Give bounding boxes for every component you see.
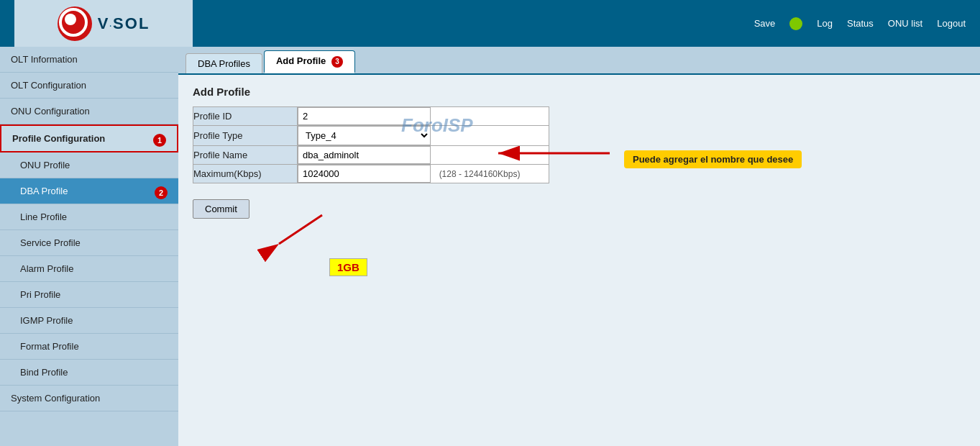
sidebar-item-dba-profile[interactable]: DBA Profile 2 — [0, 178, 178, 204]
form-area: Add Profile Profile ID Profile Type — [178, 75, 980, 229]
svg-line-3 — [279, 215, 322, 244]
sidebar-item-igmp-profile[interactable]: IGMP Profile — [0, 308, 178, 334]
profile-id-row: Profile ID — [193, 106, 549, 125]
sidebar-item-onu-configuration[interactable]: ONU Configuration — [0, 99, 178, 124]
tab-add-profile[interactable]: Add Profile 3 — [264, 50, 355, 73]
content-area: DBA Profiles Add Profile 3 Add Profile P… — [178, 47, 980, 446]
sidebar: OLT Information OLT Configuration ONU Co… — [0, 47, 178, 446]
sidebar-item-onu-profile[interactable]: ONU Profile — [0, 153, 178, 178]
main-layout: OLT Information OLT Configuration ONU Co… — [0, 47, 980, 446]
profile-type-select[interactable]: Type_1 Type_2 Type_3 Type_4 Type_5 — [298, 126, 431, 145]
profile-id-label: Profile ID — [193, 106, 298, 125]
sidebar-item-profile-configuration[interactable]: Profile Configuration 1 — [0, 124, 178, 153]
sidebar-item-alarm-profile[interactable]: Alarm Profile — [0, 256, 178, 282]
add-profile-badge: 3 — [331, 56, 343, 68]
kbps-hint: (128 - 1244160Kbps) — [439, 169, 521, 179]
sidebar-item-olt-information[interactable]: OLT Information — [0, 47, 178, 73]
sidebar-item-system-configuration[interactable]: System Configuration — [0, 386, 178, 411]
sidebar-item-line-profile[interactable]: Line Profile — [0, 204, 178, 230]
maximum-kbps-label: Maximum(Kbps) — [193, 164, 298, 183]
profile-id-input[interactable] — [298, 107, 431, 125]
logout-link[interactable]: Logout — [937, 18, 966, 29]
profile-name-input[interactable] — [298, 146, 431, 164]
header: V·SOL Save Log Status ONU list Logout — [0, 0, 980, 47]
status-link[interactable]: Status — [847, 18, 874, 29]
sidebar-item-bind-profile[interactable]: Bind Profile — [0, 360, 178, 386]
log-link[interactable]: Log — [817, 18, 833, 29]
profile-id-cell — [298, 106, 549, 125]
dba-profile-badge: 2 — [155, 186, 168, 199]
profile-form-table: Profile ID Profile Type Type_1 Type_2 — [193, 106, 549, 183]
sidebar-item-format-profile[interactable]: Format Profile — [0, 334, 178, 360]
form-title: Add Profile — [193, 86, 966, 98]
maximum-kbps-cell: (128 - 1244160Kbps) — [298, 164, 549, 183]
profile-name-label: Profile Name — [193, 145, 298, 164]
maximum-kbps-row: Maximum(Kbps) (128 - 1244160Kbps) — [193, 164, 549, 183]
profile-type-label: Profile Type — [193, 125, 298, 145]
profile-type-cell: Type_1 Type_2 Type_3 Type_4 Type_5 — [298, 125, 549, 145]
sidebar-item-olt-configuration[interactable]: OLT Configuration — [0, 73, 178, 99]
status-dot-icon — [789, 17, 802, 30]
header-right: Save Log Status ONU list Logout — [754, 17, 966, 30]
profile-name-cell — [298, 145, 549, 164]
logo-text: V·SOL — [98, 14, 150, 33]
sidebar-item-pri-profile[interactable]: Pri Profile — [0, 282, 178, 308]
onu-list-link[interactable]: ONU list — [888, 18, 922, 29]
annotation-bubble: Puede agregar el nombre que desee — [624, 150, 802, 168]
1gb-label: 1GB — [329, 258, 367, 276]
profile-name-row: Profile Name — [193, 145, 549, 164]
commit-button[interactable]: Commit — [193, 199, 249, 219]
maximum-kbps-input[interactable] — [298, 165, 431, 183]
save-label: Save — [754, 18, 776, 29]
profile-type-row: Profile Type Type_1 Type_2 Type_3 Type_4… — [193, 125, 549, 145]
tabs-bar: DBA Profiles Add Profile 3 — [178, 47, 980, 75]
logo-area: V·SOL — [14, 0, 193, 47]
vsol-logo-icon — [58, 6, 92, 41]
tab-dba-profiles[interactable]: DBA Profiles — [186, 53, 262, 73]
sidebar-item-service-profile[interactable]: Service Profile — [0, 230, 178, 256]
profile-config-badge: 1 — [153, 134, 166, 147]
